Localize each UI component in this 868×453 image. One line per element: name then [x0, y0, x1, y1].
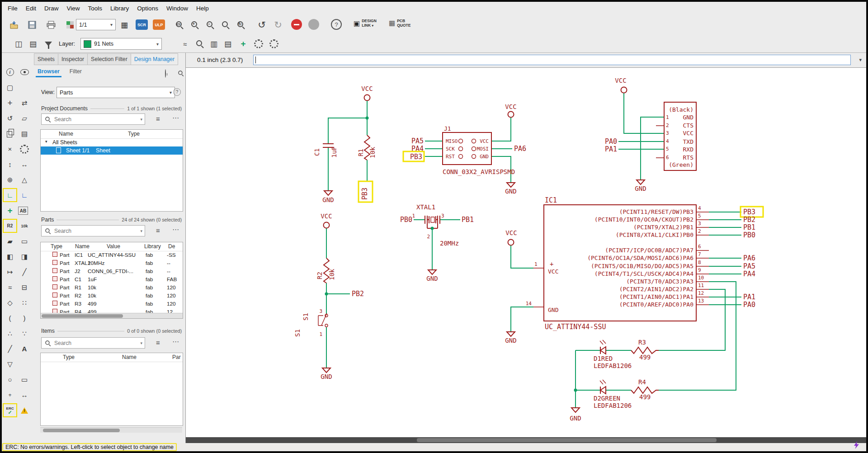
net-label-pb3[interactable]: PB3 [743, 208, 755, 216]
parts-table-hscrollbar[interactable] [41, 313, 183, 318]
zoom-tool-icon[interactable] [193, 37, 207, 51]
ic1-power[interactable]: VCC GND [505, 229, 533, 344]
net-label-pa1[interactable]: PA1 [743, 293, 755, 301]
schematic-canvas[interactable]: VCC C1 1uF GND R1 10k PB3 VCC J1 MISO SC… [185, 67, 866, 437]
view-help-icon[interactable]: ? [173, 88, 181, 96]
menu-edit[interactable]: Edit [22, 4, 40, 13]
sheet-selector[interactable]: 1/1 ▾ [76, 19, 116, 30]
r2-name[interactable]: R2 [316, 272, 323, 279]
pinswap-tool-icon[interactable]: ⊕ [4, 174, 16, 186]
xtal1-crystal[interactable]: XTAL1 1 3 2 PB0 PB1 20MHz GND [400, 203, 474, 282]
invoke-tool-icon[interactable]: ◨ [18, 250, 31, 263]
vcc-label[interactable]: VCC [505, 103, 516, 110]
overflow-menu-icon[interactable]: ⋯ [172, 226, 179, 234]
c1-name[interactable]: C1 [313, 148, 321, 156]
smash-tool-icon[interactable]: ▰ [4, 235, 16, 247]
label-tool-icon[interactable]: AB [18, 207, 28, 215]
circle-tool-icon[interactable]: ○ [4, 373, 16, 386]
tab-inspector[interactable]: Inspector [58, 53, 88, 65]
vcc-label[interactable]: VCC [361, 85, 373, 92]
items-search-input[interactable] [53, 340, 139, 347]
table-row[interactable]: PartR210kfab120 [41, 292, 183, 300]
save-icon[interactable] [25, 18, 39, 32]
resistor-r3[interactable] [631, 347, 659, 354]
d1-device[interactable]: LEDFAB1206 [594, 362, 632, 369]
xtal1-value[interactable]: 20MHz [440, 240, 459, 247]
pin-icon[interactable] [165, 70, 166, 77]
subtab-filter[interactable]: Filter [68, 67, 84, 77]
menu-tools[interactable]: Tools [84, 4, 107, 13]
net-label-pb0[interactable]: PB0 [400, 216, 412, 224]
canvas-hscrollbar[interactable] [185, 437, 866, 443]
erc-tool-icon[interactable]: ERC✓ [4, 404, 16, 416]
table-row[interactable]: PartR110kfab120 [41, 283, 183, 292]
tab-selection-filter[interactable]: Selection Filter [88, 53, 131, 65]
help-icon[interactable]: ? [331, 19, 342, 30]
show-tool-icon[interactable] [18, 66, 31, 78]
redo-icon[interactable]: ↻ [271, 18, 285, 32]
name-tool-icon[interactable]: R2 [4, 220, 16, 232]
dots2-tool-icon[interactable]: ∵ [18, 327, 31, 340]
project-documents-search[interactable]: ▾ [41, 113, 145, 125]
net-label-pa1[interactable]: PA1 [605, 145, 617, 153]
overflow-menu-icon[interactable]: ⋯ [172, 338, 179, 346]
vcc-symbol[interactable] [324, 222, 330, 228]
polygon-tool-icon[interactable]: ▽ [4, 358, 16, 370]
vcc-symbol[interactable] [364, 95, 370, 101]
arc-right-tool-icon[interactable]: ) [18, 312, 31, 324]
menu-view[interactable]: View [63, 4, 84, 13]
arc-left-tool-icon[interactable]: ( [4, 312, 16, 324]
net-label-pb2[interactable]: PB2 [352, 290, 364, 298]
undo-icon[interactable]: ↺ [255, 18, 269, 32]
resistor-r4[interactable] [631, 387, 659, 393]
net-wires[interactable] [511, 245, 533, 332]
design-link-button[interactable]: ▣ DESIGNLINK ▾ [354, 19, 377, 28]
view-selector[interactable]: Parts ▾ [57, 87, 175, 98]
net-label-pa5[interactable]: PA5 [743, 262, 755, 270]
parts-search[interactable]: ▾ [41, 225, 145, 236]
net-label-pa0[interactable]: PA0 [743, 301, 755, 309]
gnd-symbol[interactable] [507, 332, 515, 336]
grid-lines-icon[interactable]: ▤ [221, 37, 235, 51]
net-label-pb1[interactable]: PB1 [462, 216, 474, 224]
r2-s1-branch[interactable]: VCC R2 10k PB2 3 1 S1 S1 GND [294, 212, 364, 380]
vcc-symbol[interactable] [508, 240, 514, 245]
rect-tool-icon[interactable]: ▭ [18, 373, 31, 386]
bus-ripper-icon[interactable]: ⊟ [18, 281, 31, 293]
ic1-name[interactable]: IC1 [545, 196, 557, 204]
net-label-pb1[interactable]: PB1 [743, 223, 755, 231]
panel-hscrollbar[interactable] [40, 427, 182, 433]
command-history-icon[interactable]: ▾ [859, 57, 862, 63]
select-tool-icon[interactable]: ▢ [4, 81, 16, 94]
r3-value[interactable]: 499 [639, 354, 651, 361]
power-c1-r1-branch[interactable]: VCC C1 1uF GND R1 10k PB3 [313, 85, 376, 203]
info-tool-icon[interactable]: i [4, 66, 16, 78]
net-label-pa5[interactable]: PA5 [411, 137, 424, 145]
gnd-label[interactable]: GND [570, 415, 581, 422]
menu-help[interactable]: Help [192, 4, 213, 13]
zoom-in-icon[interactable]: + [188, 18, 202, 32]
r4-name[interactable]: R4 [638, 378, 646, 386]
schematic-svg[interactable]: VCC C1 1uF GND R1 10k PB3 VCC J1 MISO SC… [185, 67, 866, 437]
net-tool-icon[interactable]: ∟ [4, 189, 16, 201]
mirror-tool-icon[interactable]: ⇄ [18, 97, 31, 109]
parts-search-input[interactable] [53, 227, 139, 235]
gnd-symbol[interactable] [571, 408, 580, 412]
gnd-symbol[interactable] [507, 183, 515, 187]
gnd-symbol[interactable] [428, 270, 436, 274]
grid-settings-icon[interactable]: ▤ [26, 37, 40, 51]
table-row[interactable]: PartIC1UC_ATTINY44-SSUfab-SS [41, 251, 183, 259]
d2-name[interactable]: D2GREEN [594, 395, 620, 402]
copy-tool-icon[interactable] [4, 127, 16, 140]
paste-tool-icon[interactable]: ▤ [18, 127, 31, 140]
miter-tool-icon[interactable]: ▭ [18, 235, 31, 247]
d1-name[interactable]: D1RED [594, 355, 613, 362]
zoom-out-icon[interactable]: − [203, 18, 217, 32]
net-wave-icon[interactable]: ≈ [178, 37, 192, 51]
s1-name[interactable]: S1 [294, 329, 301, 337]
tree-expand-icon[interactable]: ▾ [45, 139, 47, 144]
table-row[interactable]: PartJ2CONN_06_FTDI-...fab-- [41, 267, 183, 275]
open-icon[interactable] [7, 18, 21, 32]
net-wires[interactable] [328, 101, 367, 191]
text-tool-icon[interactable]: A [18, 343, 31, 355]
